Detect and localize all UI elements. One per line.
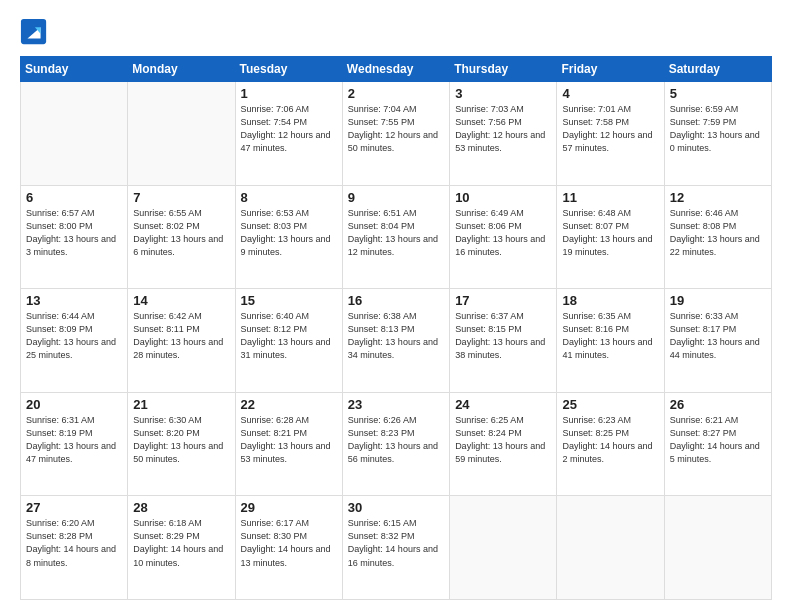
calendar-day-cell: 19Sunrise: 6:33 AM Sunset: 8:17 PM Dayli…	[664, 289, 771, 393]
day-info: Sunrise: 6:15 AM Sunset: 8:32 PM Dayligh…	[348, 517, 444, 569]
header	[20, 18, 772, 46]
day-number: 26	[670, 397, 766, 412]
day-info: Sunrise: 7:01 AM Sunset: 7:58 PM Dayligh…	[562, 103, 658, 155]
day-number: 17	[455, 293, 551, 308]
day-number: 19	[670, 293, 766, 308]
calendar-day-cell: 23Sunrise: 6:26 AM Sunset: 8:23 PM Dayli…	[342, 392, 449, 496]
day-info: Sunrise: 6:57 AM Sunset: 8:00 PM Dayligh…	[26, 207, 122, 259]
day-info: Sunrise: 6:42 AM Sunset: 8:11 PM Dayligh…	[133, 310, 229, 362]
calendar-day-cell: 20Sunrise: 6:31 AM Sunset: 8:19 PM Dayli…	[21, 392, 128, 496]
calendar-day-cell: 21Sunrise: 6:30 AM Sunset: 8:20 PM Dayli…	[128, 392, 235, 496]
day-number: 4	[562, 86, 658, 101]
calendar-day-cell: 22Sunrise: 6:28 AM Sunset: 8:21 PM Dayli…	[235, 392, 342, 496]
day-info: Sunrise: 6:37 AM Sunset: 8:15 PM Dayligh…	[455, 310, 551, 362]
calendar-day-cell	[21, 82, 128, 186]
day-number: 13	[26, 293, 122, 308]
calendar-table: SundayMondayTuesdayWednesdayThursdayFrid…	[20, 56, 772, 600]
day-info: Sunrise: 6:40 AM Sunset: 8:12 PM Dayligh…	[241, 310, 337, 362]
day-info: Sunrise: 6:30 AM Sunset: 8:20 PM Dayligh…	[133, 414, 229, 466]
day-number: 8	[241, 190, 337, 205]
weekday-header-wednesday: Wednesday	[342, 57, 449, 82]
day-number: 21	[133, 397, 229, 412]
calendar-day-cell	[128, 82, 235, 186]
weekday-header-thursday: Thursday	[450, 57, 557, 82]
calendar-day-cell: 24Sunrise: 6:25 AM Sunset: 8:24 PM Dayli…	[450, 392, 557, 496]
calendar-day-cell: 27Sunrise: 6:20 AM Sunset: 8:28 PM Dayli…	[21, 496, 128, 600]
day-number: 9	[348, 190, 444, 205]
weekday-header-row: SundayMondayTuesdayWednesdayThursdayFrid…	[21, 57, 772, 82]
weekday-header-tuesday: Tuesday	[235, 57, 342, 82]
weekday-header-friday: Friday	[557, 57, 664, 82]
day-number: 11	[562, 190, 658, 205]
day-info: Sunrise: 7:06 AM Sunset: 7:54 PM Dayligh…	[241, 103, 337, 155]
calendar-day-cell: 6Sunrise: 6:57 AM Sunset: 8:00 PM Daylig…	[21, 185, 128, 289]
weekday-header-saturday: Saturday	[664, 57, 771, 82]
calendar-page: SundayMondayTuesdayWednesdayThursdayFrid…	[0, 0, 792, 612]
day-number: 10	[455, 190, 551, 205]
day-info: Sunrise: 6:17 AM Sunset: 8:30 PM Dayligh…	[241, 517, 337, 569]
day-number: 5	[670, 86, 766, 101]
day-info: Sunrise: 6:25 AM Sunset: 8:24 PM Dayligh…	[455, 414, 551, 466]
calendar-day-cell: 3Sunrise: 7:03 AM Sunset: 7:56 PM Daylig…	[450, 82, 557, 186]
calendar-day-cell: 13Sunrise: 6:44 AM Sunset: 8:09 PM Dayli…	[21, 289, 128, 393]
day-number: 28	[133, 500, 229, 515]
day-number: 27	[26, 500, 122, 515]
day-info: Sunrise: 6:46 AM Sunset: 8:08 PM Dayligh…	[670, 207, 766, 259]
day-number: 3	[455, 86, 551, 101]
calendar-day-cell: 2Sunrise: 7:04 AM Sunset: 7:55 PM Daylig…	[342, 82, 449, 186]
calendar-day-cell: 9Sunrise: 6:51 AM Sunset: 8:04 PM Daylig…	[342, 185, 449, 289]
day-number: 29	[241, 500, 337, 515]
calendar-day-cell: 11Sunrise: 6:48 AM Sunset: 8:07 PM Dayli…	[557, 185, 664, 289]
day-info: Sunrise: 7:03 AM Sunset: 7:56 PM Dayligh…	[455, 103, 551, 155]
calendar-week-row: 27Sunrise: 6:20 AM Sunset: 8:28 PM Dayli…	[21, 496, 772, 600]
day-info: Sunrise: 6:35 AM Sunset: 8:16 PM Dayligh…	[562, 310, 658, 362]
day-info: Sunrise: 6:51 AM Sunset: 8:04 PM Dayligh…	[348, 207, 444, 259]
calendar-day-cell: 10Sunrise: 6:49 AM Sunset: 8:06 PM Dayli…	[450, 185, 557, 289]
calendar-day-cell: 18Sunrise: 6:35 AM Sunset: 8:16 PM Dayli…	[557, 289, 664, 393]
calendar-week-row: 20Sunrise: 6:31 AM Sunset: 8:19 PM Dayli…	[21, 392, 772, 496]
day-number: 6	[26, 190, 122, 205]
calendar-day-cell	[450, 496, 557, 600]
day-info: Sunrise: 6:48 AM Sunset: 8:07 PM Dayligh…	[562, 207, 658, 259]
calendar-week-row: 1Sunrise: 7:06 AM Sunset: 7:54 PM Daylig…	[21, 82, 772, 186]
calendar-day-cell: 5Sunrise: 6:59 AM Sunset: 7:59 PM Daylig…	[664, 82, 771, 186]
day-info: Sunrise: 6:59 AM Sunset: 7:59 PM Dayligh…	[670, 103, 766, 155]
day-info: Sunrise: 6:53 AM Sunset: 8:03 PM Dayligh…	[241, 207, 337, 259]
day-number: 15	[241, 293, 337, 308]
day-number: 2	[348, 86, 444, 101]
day-info: Sunrise: 6:21 AM Sunset: 8:27 PM Dayligh…	[670, 414, 766, 466]
calendar-day-cell	[557, 496, 664, 600]
logo-icon	[20, 18, 48, 46]
day-info: Sunrise: 6:31 AM Sunset: 8:19 PM Dayligh…	[26, 414, 122, 466]
day-number: 30	[348, 500, 444, 515]
day-info: Sunrise: 6:55 AM Sunset: 8:02 PM Dayligh…	[133, 207, 229, 259]
day-number: 1	[241, 86, 337, 101]
calendar-day-cell: 29Sunrise: 6:17 AM Sunset: 8:30 PM Dayli…	[235, 496, 342, 600]
calendar-day-cell: 14Sunrise: 6:42 AM Sunset: 8:11 PM Dayli…	[128, 289, 235, 393]
day-info: Sunrise: 6:26 AM Sunset: 8:23 PM Dayligh…	[348, 414, 444, 466]
weekday-header-monday: Monday	[128, 57, 235, 82]
day-info: Sunrise: 6:20 AM Sunset: 8:28 PM Dayligh…	[26, 517, 122, 569]
day-number: 24	[455, 397, 551, 412]
weekday-header-sunday: Sunday	[21, 57, 128, 82]
day-number: 7	[133, 190, 229, 205]
day-number: 12	[670, 190, 766, 205]
day-number: 23	[348, 397, 444, 412]
calendar-day-cell: 12Sunrise: 6:46 AM Sunset: 8:08 PM Dayli…	[664, 185, 771, 289]
day-info: Sunrise: 6:28 AM Sunset: 8:21 PM Dayligh…	[241, 414, 337, 466]
day-number: 18	[562, 293, 658, 308]
svg-rect-0	[21, 19, 46, 44]
day-info: Sunrise: 6:44 AM Sunset: 8:09 PM Dayligh…	[26, 310, 122, 362]
calendar-week-row: 6Sunrise: 6:57 AM Sunset: 8:00 PM Daylig…	[21, 185, 772, 289]
calendar-day-cell: 25Sunrise: 6:23 AM Sunset: 8:25 PM Dayli…	[557, 392, 664, 496]
day-info: Sunrise: 6:33 AM Sunset: 8:17 PM Dayligh…	[670, 310, 766, 362]
day-info: Sunrise: 6:38 AM Sunset: 8:13 PM Dayligh…	[348, 310, 444, 362]
calendar-day-cell: 26Sunrise: 6:21 AM Sunset: 8:27 PM Dayli…	[664, 392, 771, 496]
day-number: 25	[562, 397, 658, 412]
calendar-day-cell: 16Sunrise: 6:38 AM Sunset: 8:13 PM Dayli…	[342, 289, 449, 393]
day-number: 22	[241, 397, 337, 412]
calendar-day-cell	[664, 496, 771, 600]
day-info: Sunrise: 7:04 AM Sunset: 7:55 PM Dayligh…	[348, 103, 444, 155]
calendar-day-cell: 17Sunrise: 6:37 AM Sunset: 8:15 PM Dayli…	[450, 289, 557, 393]
day-info: Sunrise: 6:49 AM Sunset: 8:06 PM Dayligh…	[455, 207, 551, 259]
